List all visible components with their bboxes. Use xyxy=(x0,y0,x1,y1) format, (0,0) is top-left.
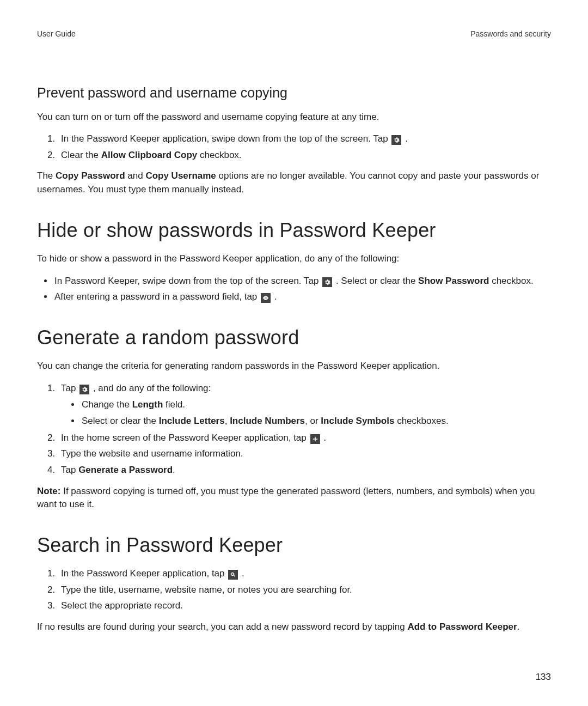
sec3-steps: Tap , and do any of the following: Chang… xyxy=(37,382,551,477)
sec4-steps: In the Password Keeper application, tap … xyxy=(37,567,551,613)
sec3-step1: Tap , and do any of the following: Chang… xyxy=(58,382,551,428)
sec2-intro: To hide or show a password in the Passwo… xyxy=(37,252,551,266)
sec3-note: Note: If password copying is turned off,… xyxy=(37,485,551,512)
sec4-step1: In the Password Keeper application, tap … xyxy=(58,567,551,581)
sec4-step3: Select the appropriate record. xyxy=(58,599,551,613)
sec1-steps: In the Password Keeper application, swip… xyxy=(37,132,551,162)
sec2-b2: After entering a password in a password … xyxy=(53,290,551,304)
sec2-bullets: In Password Keeper, swipe down from the … xyxy=(37,275,551,304)
section-hide-show-title: Hide or show passwords in Password Keepe… xyxy=(37,216,551,245)
sec3-step2: In the home screen of the Password Keepe… xyxy=(58,431,551,445)
gear-icon xyxy=(322,277,332,287)
sec1-step2: Clear the Allow Clipboard Copy checkbox. xyxy=(58,149,551,162)
section-prevent-copying-title: Prevent password and username copying xyxy=(37,83,551,102)
sec1-outro: The Copy Password and Copy Username opti… xyxy=(37,169,551,196)
sec4-step2: Type the title, username, website name, … xyxy=(58,583,551,597)
gear-icon xyxy=(391,135,401,145)
page-header: User Guide Passwords and security xyxy=(37,28,551,39)
sec3-step4: Tap Generate a Password. xyxy=(58,464,551,477)
sec3-intro: You can change the criteria for generati… xyxy=(37,360,551,373)
sec2-b1: In Password Keeper, swipe down from the … xyxy=(53,275,551,288)
sec4-outro: If no results are found during your sear… xyxy=(37,620,551,634)
section-search-title: Search in Password Keeper xyxy=(37,531,551,559)
section-generate-title: Generate a random password xyxy=(37,324,551,352)
sec1-intro: You can turn on or turn off the password… xyxy=(37,111,551,124)
eye-icon xyxy=(261,293,271,303)
header-right: Passwords and security xyxy=(470,28,551,39)
sec3-sub2: Select or clear the Include Letters, Inc… xyxy=(81,415,551,428)
sec3-step3: Type the website and username informatio… xyxy=(58,447,551,461)
plus-icon xyxy=(310,434,320,444)
sec3-step1-sub: Change the Length field. Select or clear… xyxy=(65,398,551,428)
gear-icon xyxy=(79,385,89,394)
header-left: User Guide xyxy=(37,28,76,39)
sec3-sub1: Change the Length field. xyxy=(81,398,551,412)
sec1-step1: In the Password Keeper application, swip… xyxy=(58,132,551,146)
page-number: 133 xyxy=(536,671,551,684)
search-icon xyxy=(228,570,238,580)
